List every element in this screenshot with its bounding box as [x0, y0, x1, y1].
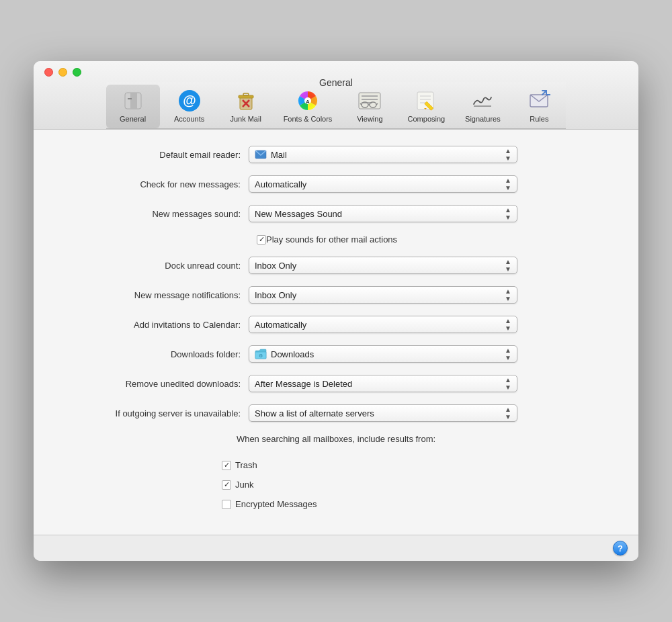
check-new-messages-label: Check for new messages: [60, 179, 249, 189]
encrypted-label: Encrypted Messages [235, 499, 317, 509]
dock-unread-count-row: Dock unread count: Inbox Only ▲ ▼ [60, 257, 612, 274]
default-email-reader-select[interactable]: Mail ▲ ▼ [249, 146, 517, 163]
viewing-icon [358, 89, 382, 113]
dock-unread-count-control: Inbox Only ▲ ▼ [249, 257, 612, 274]
downloads-folder-row: Downloads folder: ⚙ Downloads ▲ ▼ [60, 345, 612, 363]
dock-unread-count-select[interactable]: Inbox Only ▲ ▼ [249, 257, 517, 274]
search-section-heading: When searching all mailboxes, include re… [237, 434, 435, 444]
stepper-arrows-3: ▲ ▼ [505, 206, 511, 221]
downloads-folder-icon: ⚙ [255, 349, 267, 359]
bottom-bar: ? [34, 535, 638, 561]
trash-row: Trash [222, 460, 612, 470]
tab-composing[interactable]: Composing [399, 85, 453, 128]
general-icon [121, 89, 145, 113]
outgoing-server-control: Show a list of alternate servers ▲ ▼ [249, 404, 612, 422]
check-new-messages-row: Check for new messages: Automatically ▲ … [60, 175, 612, 193]
signatures-icon [470, 89, 495, 113]
encrypted-checkbox[interactable] [222, 500, 231, 509]
svg-text:A: A [306, 99, 310, 105]
tab-junk-mail[interactable]: Junk Mail [219, 85, 273, 128]
tab-viewing[interactable]: Viewing [343, 85, 396, 128]
composing-icon [414, 89, 438, 113]
svg-rect-2 [128, 98, 132, 99]
tab-fonts-colors[interactable]: A Fonts & Colors [276, 85, 341, 128]
downloads-folder-select[interactable]: ⚙ Downloads ▲ ▼ [249, 345, 517, 363]
new-messages-sound-select[interactable]: New Messages Sound ▲ ▼ [249, 205, 517, 222]
remove-unedited-downloads-row: Remove unedited downloads: After Message… [60, 375, 612, 392]
default-email-reader-row: Default email reader: Mail ▲ ▼ [60, 146, 612, 163]
toolbar: General @ Accounts [106, 82, 566, 129]
add-invitations-select[interactable]: Automatically ▲ ▼ [249, 316, 517, 333]
junk-row: Junk [222, 480, 612, 490]
fonts-colors-icon: A [296, 89, 320, 113]
trash-label: Trash [235, 460, 257, 470]
outgoing-server-row: If outgoing server is unavailable: Show … [60, 404, 612, 422]
tab-general[interactable]: General [106, 85, 160, 128]
play-sounds-label: Play sounds for other mail actions [266, 234, 397, 245]
downloads-folder-control: ⚙ Downloads ▲ ▼ [249, 345, 612, 363]
tab-signatures-label: Signatures [465, 115, 501, 123]
stepper-arrows-9: ▲ ▼ [505, 406, 511, 420]
svg-rect-1 [130, 93, 137, 109]
svg-text:⚙: ⚙ [259, 353, 263, 358]
tab-rules-label: Rules [530, 115, 548, 123]
tab-junk-mail-label: Junk Mail [230, 115, 261, 123]
tab-composing-label: Composing [408, 115, 446, 123]
remove-unedited-downloads-select[interactable]: After Message is Deleted ▲ ▼ [249, 375, 517, 392]
outgoing-server-select[interactable]: Show a list of alternate servers ▲ ▼ [249, 404, 517, 422]
junk-checkbox[interactable] [222, 480, 231, 490]
add-invitations-control: Automatically ▲ ▼ [249, 316, 612, 333]
outgoing-server-label: If outgoing server is unavailable: [60, 408, 249, 418]
svg-rect-15 [362, 99, 378, 100]
new-messages-sound-control: New Messages Sound ▲ ▼ [249, 205, 612, 222]
default-email-reader-label: Default email reader: [60, 150, 249, 160]
stepper-arrows-5: ▲ ▼ [505, 287, 511, 302]
svg-rect-14 [362, 95, 378, 97]
check-new-messages-select[interactable]: Automatically ▲ ▼ [249, 175, 517, 193]
new-message-notifications-control: Inbox Only ▲ ▼ [249, 286, 612, 304]
new-messages-sound-label: New messages sound: [60, 209, 249, 219]
check-new-messages-control: Automatically ▲ ▼ [249, 175, 612, 193]
play-sounds-checkbox[interactable] [257, 235, 266, 245]
new-message-notifications-row: New message notifications: Inbox Only ▲ … [60, 286, 612, 304]
default-email-reader-control: Mail ▲ ▼ [249, 146, 612, 163]
tab-viewing-label: Viewing [357, 115, 382, 123]
dock-unread-count-label: Dock unread count: [60, 261, 249, 271]
tab-accounts[interactable]: @ Accounts [163, 85, 216, 128]
junk-label: Junk [235, 480, 253, 490]
stepper-arrows: ▲ ▼ [505, 147, 511, 162]
rules-icon [527, 89, 551, 113]
minimize-button[interactable] [58, 68, 67, 77]
accounts-icon: @ [177, 89, 202, 113]
close-button[interactable] [44, 68, 53, 77]
add-invitations-label: Add invitations to Calendar: [60, 320, 249, 330]
traffic-lights [44, 68, 81, 77]
trash-checkbox[interactable] [222, 461, 231, 470]
mail-icon [255, 150, 267, 159]
tab-accounts-label: Accounts [174, 115, 204, 123]
main-window: General General [34, 61, 638, 561]
svg-text:@: @ [183, 93, 196, 107]
help-button[interactable]: ? [613, 541, 628, 556]
downloads-folder-label: Downloads folder: [60, 349, 249, 359]
tab-signatures[interactable]: Signatures [456, 85, 509, 128]
new-message-notifications-label: New message notifications: [60, 290, 249, 300]
play-sounds-row: Play sounds for other mail actions [257, 234, 612, 245]
settings-content: Default email reader: Mail ▲ ▼ Check for… [34, 130, 638, 535]
tab-fonts-colors-label: Fonts & Colors [284, 115, 333, 123]
junk-mail-icon [234, 89, 258, 113]
stepper-arrows-8: ▲ ▼ [505, 376, 511, 391]
encrypted-row: Encrypted Messages [222, 499, 612, 509]
stepper-arrows-7: ▲ ▼ [505, 347, 511, 361]
tab-rules[interactable]: Rules [512, 85, 566, 128]
maximize-button[interactable] [73, 68, 81, 77]
title-bar: General General [34, 61, 638, 130]
add-invitations-row: Add invitations to Calendar: Automatical… [60, 316, 612, 333]
stepper-arrows-6: ▲ ▼ [505, 317, 511, 332]
stepper-arrows-4: ▲ ▼ [505, 258, 511, 273]
window-title: General [319, 77, 353, 88]
svg-rect-7 [243, 93, 249, 95]
new-message-notifications-select[interactable]: Inbox Only ▲ ▼ [249, 286, 517, 304]
tab-general-label: General [120, 115, 146, 123]
remove-unedited-downloads-control: After Message is Deleted ▲ ▼ [249, 375, 612, 392]
